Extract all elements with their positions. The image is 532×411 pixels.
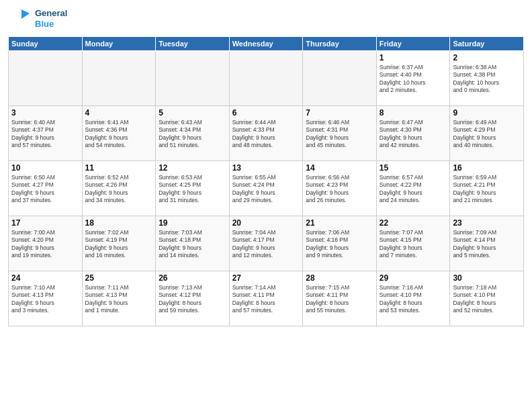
day-info: Sunrise: 7:04 AM Sunset: 4:17 PM Dayligh… <box>232 229 300 260</box>
day-info: Sunrise: 6:49 AM Sunset: 4:29 PM Dayligh… <box>453 119 521 150</box>
day-info: Sunrise: 7:16 AM Sunset: 4:10 PM Dayligh… <box>380 284 447 315</box>
day-info: Sunrise: 6:56 AM Sunset: 4:23 PM Dayligh… <box>306 174 373 205</box>
calendar-cell: 13Sunrise: 6:55 AM Sunset: 4:24 PM Dayli… <box>229 161 303 216</box>
calendar-cell: 24Sunrise: 7:10 AM Sunset: 4:13 PM Dayli… <box>9 271 83 326</box>
calendar: SundayMondayTuesdayWednesdayThursdayFrid… <box>8 36 524 326</box>
day-number: 30 <box>453 273 521 283</box>
day-number: 12 <box>159 163 226 173</box>
weekday-header-row: SundayMondayTuesdayWednesdayThursdayFrid… <box>9 37 524 51</box>
day-number: 19 <box>159 218 226 228</box>
day-number: 17 <box>11 218 79 228</box>
calendar-cell <box>156 51 230 106</box>
calendar-cell <box>82 51 156 106</box>
day-info: Sunrise: 7:09 AM Sunset: 4:14 PM Dayligh… <box>453 229 521 260</box>
day-number: 6 <box>232 108 300 118</box>
calendar-cell: 19Sunrise: 7:03 AM Sunset: 4:18 PM Dayli… <box>156 216 230 271</box>
calendar-cell: 5Sunrise: 6:43 AM Sunset: 4:34 PM Daylig… <box>156 106 230 161</box>
weekday-header-sunday: Sunday <box>9 37 83 51</box>
week-row-1: 1Sunrise: 6:37 AM Sunset: 4:40 PM Daylig… <box>9 51 524 106</box>
logo-svg <box>8 7 32 31</box>
calendar-cell: 16Sunrise: 6:59 AM Sunset: 4:21 PM Dayli… <box>450 161 524 216</box>
day-info: Sunrise: 7:18 AM Sunset: 4:10 PM Dayligh… <box>453 284 521 315</box>
header: GeneralBlue <box>8 7 524 31</box>
day-number: 24 <box>11 273 79 283</box>
day-number: 18 <box>85 218 153 228</box>
calendar-cell: 7Sunrise: 6:46 AM Sunset: 4:31 PM Daylig… <box>303 106 377 161</box>
day-info: Sunrise: 6:41 AM Sunset: 4:36 PM Dayligh… <box>85 119 153 150</box>
day-info: Sunrise: 7:10 AM Sunset: 4:13 PM Dayligh… <box>11 284 79 315</box>
day-info: Sunrise: 7:00 AM Sunset: 4:20 PM Dayligh… <box>11 229 79 260</box>
week-row-4: 17Sunrise: 7:00 AM Sunset: 4:20 PM Dayli… <box>9 216 524 271</box>
day-number: 1 <box>380 53 447 62</box>
calendar-cell: 1Sunrise: 6:37 AM Sunset: 4:40 PM Daylig… <box>376 51 450 106</box>
calendar-cell: 11Sunrise: 6:52 AM Sunset: 4:26 PM Dayli… <box>82 161 156 216</box>
calendar-cell: 17Sunrise: 7:00 AM Sunset: 4:20 PM Dayli… <box>9 216 83 271</box>
calendar-cell <box>9 51 83 106</box>
day-number: 5 <box>159 108 226 118</box>
day-number: 29 <box>380 273 447 283</box>
weekday-header-friday: Friday <box>376 37 450 51</box>
day-info: Sunrise: 6:53 AM Sunset: 4:25 PM Dayligh… <box>159 174 226 205</box>
day-info: Sunrise: 7:13 AM Sunset: 4:12 PM Dayligh… <box>159 284 226 315</box>
day-info: Sunrise: 7:07 AM Sunset: 4:15 PM Dayligh… <box>380 229 447 260</box>
weekday-header-monday: Monday <box>82 37 156 51</box>
calendar-cell: 9Sunrise: 6:49 AM Sunset: 4:29 PM Daylig… <box>450 106 524 161</box>
day-info: Sunrise: 7:06 AM Sunset: 4:16 PM Dayligh… <box>306 229 373 260</box>
day-number: 10 <box>11 163 79 173</box>
calendar-cell: 4Sunrise: 6:41 AM Sunset: 4:36 PM Daylig… <box>82 106 156 161</box>
day-info: Sunrise: 6:47 AM Sunset: 4:30 PM Dayligh… <box>380 119 447 150</box>
day-info: Sunrise: 6:59 AM Sunset: 4:21 PM Dayligh… <box>453 174 521 205</box>
day-number: 23 <box>453 218 521 228</box>
calendar-cell: 26Sunrise: 7:13 AM Sunset: 4:12 PM Dayli… <box>156 271 230 326</box>
day-info: Sunrise: 6:43 AM Sunset: 4:34 PM Dayligh… <box>159 119 226 150</box>
day-info: Sunrise: 6:46 AM Sunset: 4:31 PM Dayligh… <box>306 119 373 150</box>
calendar-cell: 3Sunrise: 6:40 AM Sunset: 4:37 PM Daylig… <box>9 106 83 161</box>
day-info: Sunrise: 6:38 AM Sunset: 4:38 PM Dayligh… <box>453 64 521 95</box>
calendar-cell: 25Sunrise: 7:11 AM Sunset: 4:13 PM Dayli… <box>82 271 156 326</box>
day-number: 21 <box>306 218 373 228</box>
calendar-cell <box>229 51 303 106</box>
day-number: 14 <box>306 163 373 173</box>
weekday-header-tuesday: Tuesday <box>156 37 230 51</box>
week-row-3: 10Sunrise: 6:50 AM Sunset: 4:27 PM Dayli… <box>9 161 524 216</box>
weekday-header-thursday: Thursday <box>303 37 377 51</box>
day-number: 9 <box>453 108 521 118</box>
day-info: Sunrise: 6:50 AM Sunset: 4:27 PM Dayligh… <box>11 174 79 205</box>
day-number: 16 <box>453 163 521 173</box>
logo-line2: Blue <box>35 19 67 30</box>
day-number: 28 <box>306 273 373 283</box>
calendar-cell: 10Sunrise: 6:50 AM Sunset: 4:27 PM Dayli… <box>9 161 83 216</box>
week-row-5: 24Sunrise: 7:10 AM Sunset: 4:13 PM Dayli… <box>9 271 524 326</box>
day-number: 4 <box>85 108 153 118</box>
weekday-header-wednesday: Wednesday <box>229 37 303 51</box>
calendar-cell: 29Sunrise: 7:16 AM Sunset: 4:10 PM Dayli… <box>376 271 450 326</box>
day-info: Sunrise: 6:37 AM Sunset: 4:40 PM Dayligh… <box>380 64 447 95</box>
logo: GeneralBlue <box>8 7 67 31</box>
day-info: Sunrise: 6:55 AM Sunset: 4:24 PM Dayligh… <box>232 174 300 205</box>
day-info: Sunrise: 7:11 AM Sunset: 4:13 PM Dayligh… <box>85 284 153 315</box>
logo-line1: General <box>35 8 67 19</box>
day-number: 2 <box>453 53 521 62</box>
calendar-cell <box>303 51 377 106</box>
page: GeneralBlue SundayMondayTuesdayWednesday… <box>0 0 532 411</box>
day-number: 13 <box>232 163 300 173</box>
calendar-cell: 20Sunrise: 7:04 AM Sunset: 4:17 PM Dayli… <box>229 216 303 271</box>
day-number: 11 <box>85 163 153 173</box>
day-info: Sunrise: 6:52 AM Sunset: 4:26 PM Dayligh… <box>85 174 153 205</box>
day-number: 25 <box>85 273 153 283</box>
day-number: 15 <box>380 163 447 173</box>
day-info: Sunrise: 7:15 AM Sunset: 4:11 PM Dayligh… <box>306 284 373 315</box>
calendar-cell: 14Sunrise: 6:56 AM Sunset: 4:23 PM Dayli… <box>303 161 377 216</box>
day-number: 3 <box>11 108 79 118</box>
day-info: Sunrise: 7:14 AM Sunset: 4:11 PM Dayligh… <box>232 284 300 315</box>
calendar-cell: 6Sunrise: 6:44 AM Sunset: 4:33 PM Daylig… <box>229 106 303 161</box>
calendar-cell: 30Sunrise: 7:18 AM Sunset: 4:10 PM Dayli… <box>450 271 524 326</box>
calendar-cell: 12Sunrise: 6:53 AM Sunset: 4:25 PM Dayli… <box>156 161 230 216</box>
calendar-cell: 22Sunrise: 7:07 AM Sunset: 4:15 PM Dayli… <box>376 216 450 271</box>
day-info: Sunrise: 6:44 AM Sunset: 4:33 PM Dayligh… <box>232 119 300 150</box>
day-number: 26 <box>159 273 226 283</box>
weekday-header-saturday: Saturday <box>450 37 524 51</box>
day-number: 27 <box>232 273 300 283</box>
calendar-cell: 18Sunrise: 7:02 AM Sunset: 4:19 PM Dayli… <box>82 216 156 271</box>
week-row-2: 3Sunrise: 6:40 AM Sunset: 4:37 PM Daylig… <box>9 106 524 161</box>
